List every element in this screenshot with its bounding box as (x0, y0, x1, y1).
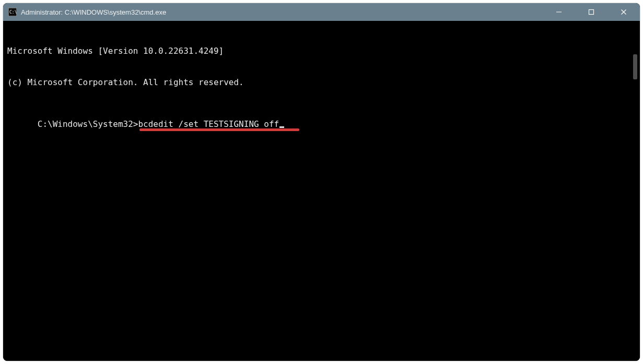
terminal-area[interactable]: Microsoft Windows [Version 10.0.22631.42… (3, 21, 640, 361)
svg-text:C:\: C:\ (9, 10, 17, 15)
terminal-command: bcdedit /set TESTSIGNING off (138, 119, 279, 129)
window-controls (543, 3, 640, 21)
window-title: Administrator: C:\WINDOWS\system32\cmd.e… (21, 8, 166, 16)
cmd-window: C:\ Administrator: C:\WINDOWS\system32\c… (3, 3, 640, 361)
terminal-content: Microsoft Windows [Version 10.0.22631.42… (7, 25, 627, 357)
terminal-prompt-line: C:\Windows\System32>bcdedit /set TESTSIG… (38, 119, 284, 130)
maximize-button[interactable] (575, 3, 607, 21)
scrollbar[interactable] (632, 42, 638, 357)
titlebar[interactable]: C:\ Administrator: C:\WINDOWS\system32\c… (3, 3, 640, 21)
annotation-underline (139, 128, 299, 131)
terminal-line-version: Microsoft Windows [Version 10.0.22631.42… (7, 46, 627, 56)
terminal-prompt: C:\Windows\System32> (38, 119, 138, 129)
svg-rect-3 (589, 10, 594, 15)
text-cursor (279, 126, 284, 128)
terminal-line-copyright: (c) Microsoft Corporation. All rights re… (7, 77, 627, 88)
scrollbar-thumb[interactable] (633, 54, 637, 79)
close-button[interactable] (607, 3, 640, 21)
minimize-button[interactable] (543, 3, 575, 21)
cmd-icon: C:\ (8, 8, 17, 16)
